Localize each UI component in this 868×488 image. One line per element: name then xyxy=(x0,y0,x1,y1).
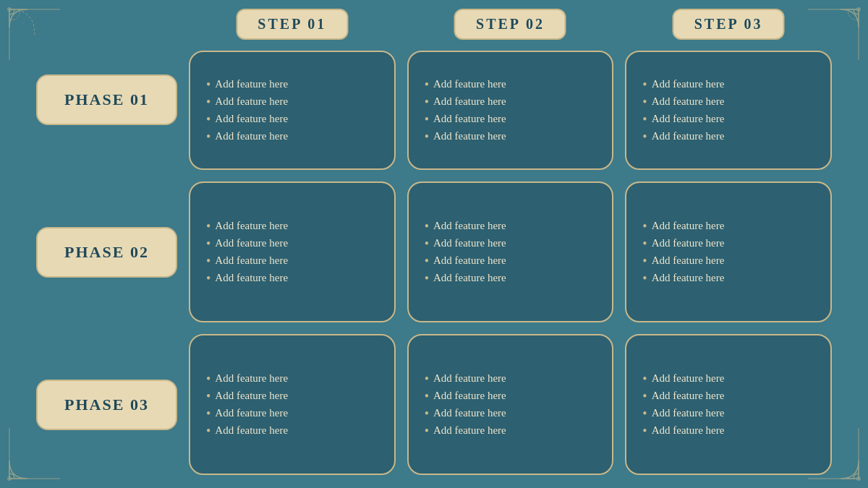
step-02-phase-02-features: Add feature here Add feature here Add fe… xyxy=(425,218,597,287)
step-03-phase-02-card: Add feature here Add feature here Add fe… xyxy=(625,181,832,322)
step-01-wrapper: Step 01 Add feature here Add feature her… xyxy=(189,29,396,170)
step-01-phase-03-card: Add feature here Add feature here Add fe… xyxy=(189,334,396,475)
step-03-phase-03-features: Add feature here Add feature here Add fe… xyxy=(642,370,814,440)
list-item: Add feature here xyxy=(425,128,597,145)
list-item: Add feature here xyxy=(642,405,814,422)
list-item: Add feature here xyxy=(425,422,597,440)
step-01-phase-01-card: Add feature here Add feature here Add fe… xyxy=(189,51,396,170)
list-item: Add feature here xyxy=(425,218,597,235)
list-item: Add feature here xyxy=(425,111,597,128)
corner-decoration-bl xyxy=(6,424,64,482)
step-01-phase-02-features: Add feature here Add feature here Add fe… xyxy=(206,218,378,287)
list-item: Add feature here xyxy=(642,76,814,93)
list-item: Add feature here xyxy=(425,388,597,405)
list-item: Add feature here xyxy=(206,218,378,235)
list-item: Add feature here xyxy=(206,405,378,422)
step-01-phase-01-features: Add feature here Add feature here Add fe… xyxy=(206,76,378,145)
step-02-phase-02-card: Add feature here Add feature here Add fe… xyxy=(407,181,614,322)
phase-03-label: Phase 03 xyxy=(36,380,177,430)
list-item: Add feature here xyxy=(206,93,378,111)
svg-point-1 xyxy=(856,7,861,12)
step-01-phase-02-card: Add feature here Add feature here Add fe… xyxy=(189,181,396,322)
page: Phase 01 Step 01 Add feature here Add fe… xyxy=(0,0,868,488)
step-03-phase-03-card: Add feature here Add feature here Add fe… xyxy=(625,334,832,475)
step-01-phase-03-features: Add feature here Add feature here Add fe… xyxy=(206,370,378,440)
step-02-phase-03-features: Add feature here Add feature here Add fe… xyxy=(425,370,597,440)
step-03-phase-01-card: Add feature here Add feature here Add fe… xyxy=(625,51,832,170)
corner-decoration-tl xyxy=(6,6,64,64)
list-item: Add feature here xyxy=(425,93,597,111)
list-item: Add feature here xyxy=(425,405,597,422)
step-02-phase-01-card: Add feature here Add feature here Add fe… xyxy=(407,51,614,170)
list-item: Add feature here xyxy=(642,93,814,111)
list-item: Add feature here xyxy=(642,111,814,128)
step-03-wrapper: Step 03 Add feature here Add feature her… xyxy=(625,29,832,170)
step-03-phase-01-features: Add feature here Add feature here Add fe… xyxy=(642,76,814,145)
list-item: Add feature here xyxy=(206,235,378,252)
list-item: Add feature here xyxy=(206,76,378,93)
step-02-header: Step 02 xyxy=(454,9,566,40)
list-item: Add feature here xyxy=(425,270,597,287)
list-item: Add feature here xyxy=(425,370,597,388)
step-02-wrapper: Step 02 Add feature here Add feature her… xyxy=(407,29,614,170)
step-02-phase-01-features: Add feature here Add feature here Add fe… xyxy=(425,76,597,145)
list-item: Add feature here xyxy=(642,388,814,405)
list-item: Add feature here xyxy=(642,270,814,287)
list-item: Add feature here xyxy=(642,370,814,388)
list-item: Add feature here xyxy=(642,128,814,145)
list-item: Add feature here xyxy=(642,235,814,252)
step-03-phase-02-features: Add feature here Add feature here Add fe… xyxy=(642,218,814,287)
step-01-header: Step 01 xyxy=(236,9,348,40)
list-item: Add feature here xyxy=(206,422,378,440)
svg-point-2 xyxy=(7,476,12,481)
list-item: Add feature here xyxy=(425,235,597,252)
list-item: Add feature here xyxy=(206,370,378,388)
list-item: Add feature here xyxy=(642,422,814,440)
list-item: Add feature here xyxy=(206,111,378,128)
list-item: Add feature here xyxy=(642,218,814,235)
list-item: Add feature here xyxy=(425,76,597,93)
svg-point-3 xyxy=(856,476,861,481)
step-03-header: Step 03 xyxy=(673,9,785,40)
list-item: Add feature here xyxy=(206,388,378,405)
phase-01-label: Phase 01 xyxy=(36,74,177,125)
list-item: Add feature here xyxy=(642,252,814,270)
list-item: Add feature here xyxy=(206,128,378,145)
phase-02-label: Phase 02 xyxy=(36,227,177,278)
list-item: Add feature here xyxy=(206,270,378,287)
list-item: Add feature here xyxy=(206,252,378,270)
list-item: Add feature here xyxy=(425,252,597,270)
step-02-phase-03-card: Add feature here Add feature here Add fe… xyxy=(407,334,614,475)
